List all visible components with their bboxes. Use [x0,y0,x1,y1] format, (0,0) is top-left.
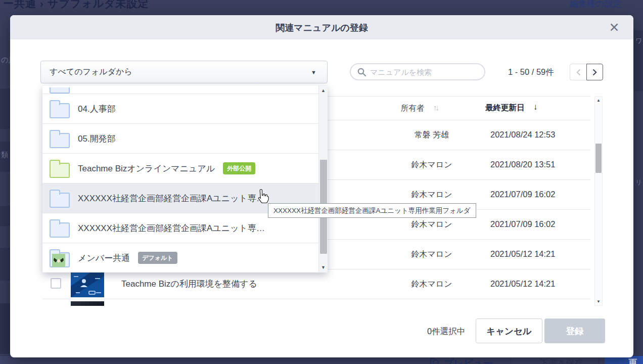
folder-item[interactable]: Teachme Bizオンラインマニュアル 外部公開 [42,154,318,184]
row-updated: 2021/07/09 16:02 [490,190,555,199]
column-owner[interactable]: 所有者 [401,103,425,114]
folder-icon [50,222,70,238]
row-checkbox[interactable] [51,278,61,289]
folder-icon-green [50,163,70,178]
folder-label: XXXXXX社経営企画部経営企画課Aユニット専… [78,222,265,234]
toolbar-divider [599,357,599,364]
row-updated: 2021/05/12 14:21 [490,249,555,259]
breadcrumb: ー共通 › サブフォルダ未設定 [3,0,149,11]
folder-icon [50,193,70,208]
row-updated: 2021/05/12 14:21 [490,279,555,289]
folder-icon [50,87,70,94]
dropdown-scrollbar[interactable]: ▲ ▼ [318,85,328,272]
row-owner: 鈴木マロン [401,190,462,200]
table-scrollbar[interactable]: ▲ ▼ [594,96,603,306]
table-scrollbar-thumb[interactable] [595,144,602,173]
table-row-partial[interactable] [42,299,590,306]
column-updated[interactable]: 最終更新日 [485,103,525,113]
row-owner: 鈴木マロン [401,219,462,230]
folder-label: メンバー共通 [78,252,130,264]
folder-label: 05.開発部 [78,133,116,145]
cancel-button[interactable]: キャンセル [476,318,542,343]
folder-filter-select[interactable]: すべてのフォルダから ▼ [40,61,328,83]
manual-thumbnail [71,301,104,306]
selection-count: 0件選択中 [427,324,465,339]
close-icon[interactable]: ✕ [606,19,622,35]
submit-button[interactable]: 登録 [544,318,605,343]
register-related-manual-modal: 関連マニュアルの登録 ✕ すべてのフォルダから ▼ 1 - 50 / 59件 [10,15,633,357]
search-input[interactable] [370,65,479,78]
manual-thumbnail [71,272,104,297]
folder-icon [50,133,70,148]
folder-item[interactable]: メンバー共通 デフォルト [42,243,318,272]
preview-button: プレビュー [444,357,493,364]
row-updated: 2021/08/20 13:51 [490,160,555,169]
scroll-up-icon[interactable]: ▲ [319,88,328,93]
default-badge: デフォルト [138,252,177,264]
modal-title: 関連マニュアルの登録 [10,22,633,34]
scroll-up-icon[interactable]: ▲ [595,98,602,103]
folder-icon [50,103,70,118]
modal-header: 関連マニュアルの登録 ✕ [10,15,633,39]
row-owner: 鈴木マロン [401,249,462,260]
search-icon [357,68,366,77]
manual-title: Teachme Bizの利用環境を整備する [121,278,257,290]
folder-item[interactable]: 04.人事部 [42,94,318,124]
row-owner: 鈴木マロン [401,279,462,290]
sort-desc-icon[interactable]: ↓ [533,102,538,112]
folder-label: Teachme Bizオンラインマニュアル [78,163,215,174]
chevron-left-icon [576,69,581,76]
scroll-down-icon[interactable]: ▼ [319,265,328,270]
folder-dropdown-panel: 04.人事部 05.開発部 Teachme Bizオンラインマニュアル 外部公開… [42,85,328,272]
row-updated: 2021/07/09 16:02 [490,219,555,229]
folder-item[interactable]: 05.開発部 [42,124,318,154]
pagination-range: 1 - 50 / 59件 [508,63,554,80]
preview-icon [430,357,442,364]
chevron-right-icon [592,69,597,76]
public-badge: 外部公開 [223,162,255,174]
row-updated: 2021/08/24 12:53 [490,130,555,140]
folder-filter-value: すべてのフォルダから [50,67,132,77]
table-row[interactable]: Teachme Bizの利用環境を整備する 鈴木マロン 2021/05/12 1… [42,269,590,299]
backdrop-fragment: リ [635,178,642,187]
pager [570,64,603,80]
folder-icon-photo [50,252,70,267]
edit-permission-link: 編集権の設定 [570,0,621,10]
row-owner: 常磐 芳雄 [401,130,462,141]
folder-item-partial[interactable] [42,85,318,94]
screen: ー共通 › サブフォルダ未設定 編集権の設定 の片 類 ワ リ プレビュー 下書… [0,0,643,364]
update-button-label: 更新 [628,357,643,364]
backdrop-fragment: 類 [1,151,8,160]
prev-page-button[interactable] [570,64,586,80]
save-draft-button: 下書き保存 [540,357,583,364]
folder-label: 04.人事部 [78,103,116,115]
folder-tooltip: XXXXXX社経営企画部経営企画課Aユニット専用作業用フォルダ [268,203,476,218]
toolbar-divider [511,357,511,364]
next-page-button[interactable] [586,64,603,80]
sort-both-icon[interactable]: ↑↓ [433,103,438,112]
folder-label: XXXXXX社経営企画部経営企画課Aユニット専… [78,193,265,204]
row-owner: 鈴木マロン [401,160,462,170]
manual-search [350,63,485,80]
scroll-down-icon[interactable]: ▼ [595,299,602,304]
backdrop-fragment: ワ [635,36,642,46]
caret-down-icon: ▼ [311,69,316,75]
folder-list: 04.人事部 05.開発部 Teachme Bizオンラインマニュアル 外部公開… [42,85,318,272]
